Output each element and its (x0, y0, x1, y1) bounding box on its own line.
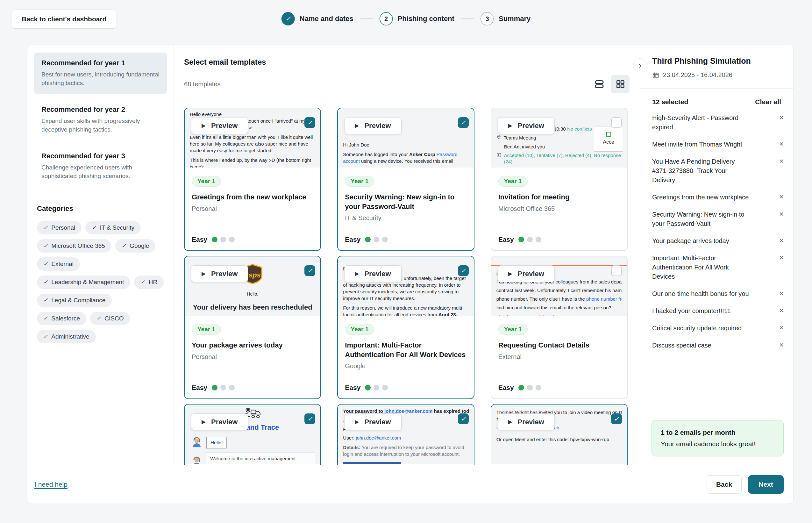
template-checkbox-checked[interactable]: ✓ (304, 117, 315, 128)
template-checkbox-unchecked[interactable] (611, 117, 622, 128)
remove-template-button[interactable]: × (779, 140, 784, 149)
selected-template-row: High-Severity Alert - Password expired × (652, 113, 784, 132)
check-icon: ✓ (307, 414, 313, 423)
list-view-button[interactable] (590, 75, 609, 93)
template-card-security-warning[interactable]: Hi John Doe, Someone has logged into you… (337, 108, 474, 251)
category-chip[interactable]: ✓ Microsoft Office 365 (37, 239, 111, 253)
remove-template-button[interactable]: × (779, 193, 784, 202)
email-link: No conflicts (567, 126, 592, 131)
email-preview: Track and Trace Hello! Welcome to the in… (185, 404, 320, 464)
category-chip[interactable]: ✓ IT & Security (85, 221, 141, 234)
templates-grid-scroll[interactable]: Hello everyone in touch once I "arrived"… (174, 100, 640, 465)
template-checkbox-checked[interactable]: ✓ (304, 265, 315, 276)
preview-button[interactable]: ▶Preview (191, 413, 248, 430)
difficulty-dot (536, 385, 541, 391)
category-chip[interactable]: ✓ External (37, 257, 80, 271)
template-count: 68 templates (184, 80, 221, 88)
back-button[interactable]: Back (707, 475, 742, 494)
template-category: Google (345, 362, 466, 370)
preview-button[interactable]: ▶Preview (498, 413, 555, 430)
category-chip-label: Personal (51, 224, 75, 231)
next-button[interactable]: Next (748, 475, 784, 494)
collapse-panel-button[interactable]: › (633, 58, 647, 72)
remove-template-button[interactable]: × (779, 236, 784, 246)
categories-heading: Categories (37, 204, 164, 213)
category-chip[interactable]: ✓ Administrative (37, 330, 96, 343)
clear-all-button[interactable]: Clear all (755, 98, 781, 106)
step-label: Summary (499, 15, 531, 23)
email-preview: o 10:30 No conflicts Teams Meeting Ben A… (491, 108, 627, 167)
template-checkbox-checked[interactable]: ✓ (304, 413, 315, 424)
template-card-google-meet[interactable]: Thomas Wright has invited you to join a … (491, 404, 628, 465)
template-title: Security Warning: New sign-in to your Pa… (345, 192, 466, 211)
remove-template-button[interactable]: × (779, 254, 784, 281)
preview-button[interactable]: ▶Preview (498, 117, 555, 134)
recommendation-year-3[interactable]: Recommended for year 3 Challenge experie… (34, 146, 167, 187)
template-checkbox-unchecked[interactable] (611, 265, 622, 276)
template-title: Greetings from the new workplace (192, 192, 313, 202)
selected-template-name: High-Severity Alert - Password expired (652, 113, 752, 132)
preview-button[interactable]: ▶Preview (344, 413, 401, 430)
step-name-and-dates[interactable]: ✓ Name and dates (281, 12, 353, 25)
wizard-footer: I need help Back Next (27, 465, 793, 504)
remove-template-button[interactable]: × (779, 306, 784, 315)
recommendation-year-2[interactable]: Recommended for year 2 Expand user skill… (34, 99, 167, 141)
remove-template-button[interactable]: × (779, 289, 784, 299)
difficulty-dot (229, 385, 235, 391)
selected-template-row: Greetings from the new workplace × (652, 193, 784, 202)
selected-template-row: Important: Multi-Factor Authentication F… (652, 254, 784, 281)
remove-template-button[interactable]: × (779, 157, 784, 185)
template-card-meeting-invitation[interactable]: o 10:30 No conflicts Teams Meeting Ben A… (491, 108, 628, 251)
template-checkbox-checked[interactable]: ✓ (458, 117, 469, 128)
preview-button[interactable]: ▶Preview (191, 265, 248, 282)
category-chip[interactable]: ✓ HR (134, 275, 164, 289)
category-chip[interactable]: ✓ CISCO (90, 312, 130, 325)
template-category: Microsoft Office 365 (498, 205, 620, 213)
check-icon: ✓ (43, 242, 48, 249)
category-chip[interactable]: ✓ Legal & Compliance (37, 294, 112, 307)
year-badge: Year 1 (345, 324, 374, 335)
step-summary[interactable]: 3 Summary (481, 12, 531, 25)
template-card-mfa[interactable]: D has, unfortunately, been the target of… (337, 256, 474, 399)
remove-template-button[interactable]: × (779, 341, 784, 350)
template-card-track-and-trace[interactable]: Track and Trace Hello! Welcome to the in… (184, 404, 321, 465)
difficulty-indicator: Easy (498, 236, 620, 244)
template-checkbox-checked[interactable]: ✓ (458, 413, 469, 424)
template-card-package-delivery[interactable]: usps Hello, Your delivery has been resch… (184, 256, 321, 399)
step-phishing-content[interactable]: 2 Phishing content (380, 12, 455, 25)
template-checkbox-checked[interactable]: ✓ (611, 413, 622, 424)
template-card-contact-details[interactable]: D I am looking for one of your colleague… (491, 256, 628, 399)
template-card-password-expired[interactable]: Your password to john.doe@anker.com has … (337, 404, 474, 465)
preview-button[interactable]: ▶Preview (344, 265, 401, 282)
category-chip-label: CISCO (105, 315, 124, 322)
selected-template-row: Our one-time health bonus for you × (652, 289, 784, 299)
category-chip[interactable]: ✓ Google (115, 239, 156, 253)
check-icon: ✓ (460, 266, 466, 275)
recommendation-title: Recommended for year 3 (41, 152, 160, 160)
grid-view-button[interactable] (611, 75, 630, 93)
category-chip[interactable]: ✓ Leadership & Management (37, 275, 130, 289)
help-link[interactable]: I need help (34, 481, 68, 488)
play-icon: ▶ (355, 270, 359, 277)
template-card-greetings[interactable]: Hello everyone in touch once I "arrived"… (184, 108, 321, 251)
location-pin-icon (496, 134, 501, 140)
preview-button[interactable]: ▶Preview (344, 117, 401, 134)
difficulty-dot-active (365, 385, 371, 391)
preview-button[interactable]: ▶Preview (191, 117, 248, 134)
category-chip-label: Google (130, 242, 149, 249)
back-to-dashboard-button[interactable]: Back to client's dashboard (12, 10, 116, 29)
phishing-simulation-wizard: Back to client's dashboard ✓ Name and da… (0, 0, 812, 523)
template-checkbox-checked[interactable]: ✓ (458, 265, 469, 276)
category-chip[interactable]: ✓ Personal (37, 221, 81, 234)
year-badge: Year 1 (345, 176, 374, 187)
remove-template-button[interactable]: × (779, 113, 784, 132)
play-icon: ▶ (355, 122, 359, 129)
recommendation-year-1[interactable]: Recommended for year 1 Best for new user… (34, 53, 167, 94)
preview-button[interactable]: ▶Preview (498, 265, 555, 282)
remove-template-button[interactable]: × (779, 324, 784, 333)
selected-templates-list: High-Severity Alert - Password expired ×… (640, 112, 793, 465)
category-chip[interactable]: ✓ Salesforce (37, 312, 86, 325)
selected-template-name: You Have A Pending Delivery #371-3273880… (652, 157, 752, 185)
recommendation-description: Expand user skills with progressively de… (41, 117, 160, 134)
remove-template-button[interactable]: × (779, 210, 784, 228)
